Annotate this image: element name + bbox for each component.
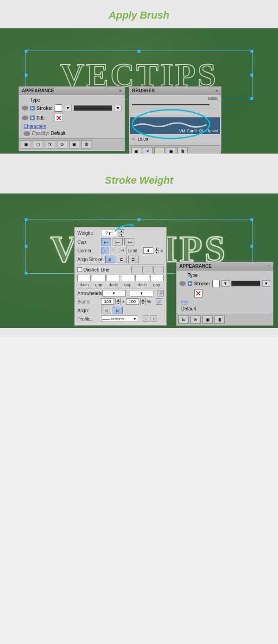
footer-btn-clear-2[interactable]: ⊘ (190, 316, 201, 324)
limit-stepper[interactable]: ▲ ▼ (155, 247, 159, 254)
footer-btn-del-2[interactable]: 🗑 (215, 316, 225, 324)
chars-link-2[interactable]: ers (181, 299, 188, 304)
profile-flip-h[interactable]: ↔ (143, 316, 149, 322)
corner-btn-bevel[interactable]: ⌐\ (119, 247, 126, 254)
brushes-footer-btn-4[interactable]: ▣ (166, 147, 176, 154)
align-btn-outside[interactable]: ⊐ (128, 256, 139, 263)
corner-btn-miter[interactable]: ⌐ (101, 247, 108, 254)
scale-link-icon[interactable]: 🔗 (156, 298, 162, 305)
dash-preset-1[interactable] (131, 266, 141, 273)
eye-icon-opacity-1[interactable] (24, 131, 30, 136)
limit-input[interactable] (143, 247, 153, 254)
dashed-presets (131, 266, 164, 273)
scale-dn-1[interactable]: ▼ (115, 302, 121, 305)
align-btn-center[interactable]: ⊜ (105, 256, 115, 263)
brushes-title-1: BRUSHES (132, 88, 155, 93)
fill-label-1: Fill: (37, 116, 53, 121)
stroke-color-2[interactable] (212, 280, 220, 287)
scale-stepper-2[interactable]: ▲ ▼ (140, 298, 146, 305)
stroke-type-dropdown-1[interactable]: ▼ (64, 105, 72, 111)
dash-lbl-1: dash (77, 283, 91, 287)
limit-dn[interactable]: ▼ (155, 251, 159, 254)
dash-preset-2[interactable] (142, 266, 152, 273)
appearance-title-1: APPEARANCE (22, 88, 54, 93)
eye-icon-stroke-2[interactable] (179, 281, 186, 286)
handle-tl-2 (25, 218, 28, 221)
profile-flip-v[interactable]: ↕ (151, 316, 157, 322)
align-btn-left[interactable]: ◁ (101, 307, 111, 314)
cap-btn-round[interactable]: )— (113, 238, 123, 245)
profile-select[interactable]: —— Uniform ▼ (101, 316, 138, 322)
dash-input-1[interactable] (77, 275, 91, 281)
fill-none-1[interactable] (55, 114, 63, 122)
section-2-wrapper: Stroke Weight VECTIPS Weight: (0, 165, 278, 328)
scale-up-1[interactable]: ▲ (115, 298, 121, 302)
scale-input-2[interactable] (126, 298, 139, 305)
gap-input-3[interactable] (150, 275, 164, 281)
arrowhead-link-icon[interactable]: 🔗 (158, 290, 164, 296)
appearance-title-2: APPEARANCE (179, 264, 212, 269)
expand-stroke-1[interactable]: ▶ (30, 106, 35, 110)
brushes-footer-btn-5[interactable]: 🗑 (177, 147, 188, 154)
cap-btn-butt[interactable]: |— (101, 238, 111, 245)
characters-row-1: Characters (21, 123, 123, 130)
corner-btn-round[interactable]: ⌒ (110, 247, 117, 254)
scale-row: Scale: ▲ ▼ x ▲ ▼ % 🔗 (77, 298, 164, 305)
footer-btn-del-1[interactable]: 🗑 (81, 140, 91, 148)
align-btn-right[interactable]: ▷ (113, 307, 123, 314)
dash-input-3[interactable] (135, 275, 149, 281)
brush-row-2[interactable] (130, 109, 220, 117)
appearance-body-1: Type ▶ Stroke: ▼ ▼ (19, 95, 125, 138)
dash-lbl-2: dash (107, 283, 120, 287)
footer-btn-square-1[interactable]: ▣ (21, 140, 31, 148)
eye-icon-stroke-1[interactable] (22, 106, 28, 110)
gap-input-2[interactable] (121, 275, 134, 281)
brushes-menu-icon-1[interactable]: ≡ (215, 88, 218, 93)
footer-btn-dup-1[interactable]: ▣ (69, 140, 79, 148)
dash-preset-3[interactable] (153, 266, 164, 273)
type-label-2: Type (188, 273, 198, 278)
arrowhead-start[interactable]: —— ▼ (102, 290, 126, 296)
align-btn-inside[interactable]: ⊏ (117, 256, 127, 263)
arrowheads-row: Arrowheads: —— ▼ —— ▼ 🔗 (77, 290, 164, 296)
footer-btn-fx-2[interactable]: fx (178, 316, 189, 324)
dashed-label: Dashed Line (83, 267, 109, 272)
footer-btn-clear-1[interactable]: ⊘ (57, 140, 67, 148)
stroke-color-1[interactable] (55, 104, 62, 112)
footer-btn-dup-2[interactable]: ▣ (202, 316, 213, 324)
limit-up[interactable]: ▲ (155, 247, 159, 251)
brushes-footer-btn-2[interactable]: ✕ (143, 147, 153, 154)
scale-dn-2[interactable]: ▼ (140, 302, 146, 305)
arrowhead-end[interactable]: —— ▼ (130, 290, 153, 296)
cap-row: Cap: |— )— □— (77, 238, 164, 245)
stroke-brush-dropdown-1[interactable]: ▼ (114, 105, 122, 111)
appearance-menu-icon-1[interactable]: ≡ (119, 88, 122, 93)
dash-gap-row (77, 275, 164, 281)
scale-stepper-1[interactable]: ▲ ▼ (115, 298, 121, 305)
footer-btn-rect-1[interactable]: ▢ (33, 140, 43, 148)
brush-selected-1[interactable]: VM-Conté-01-Closed (130, 117, 220, 134)
expand-fill-1[interactable]: ▶ (30, 116, 35, 120)
stroke-brush-dropdown-2[interactable]: ▼ (262, 280, 270, 287)
stroke-type-dropdown-2[interactable]: ▼ (221, 280, 229, 287)
brushes-footer-btn-3[interactable]: ⚡ (154, 147, 164, 154)
characters-link-1[interactable]: Characters (24, 124, 46, 129)
profile-label: Profile: (77, 316, 100, 322)
dashed-checkbox[interactable] (77, 267, 82, 272)
brush-row-1[interactable] (130, 101, 220, 109)
footer-btn-fx-1[interactable]: fx (45, 140, 55, 148)
appearance-panel-2: APPEARANCE ≡ Type ▶ Stroke: (176, 262, 273, 326)
scale-up-2[interactable]: ▲ (140, 298, 146, 302)
cap-btn-square[interactable]: □— (124, 238, 134, 245)
type-row-1: Type (21, 97, 123, 103)
eye-icon-fill-1[interactable] (22, 116, 28, 120)
corner-close-btn[interactable]: ✕ (160, 248, 164, 253)
panels-area-1: APPEARANCE ≡ Type ▶ Stroke: (0, 86, 278, 154)
fill-none-2[interactable] (194, 289, 202, 297)
expand-stroke-2[interactable]: ▶ (188, 281, 192, 286)
dash-input-2[interactable] (107, 275, 120, 281)
appearance-menu-icon-2[interactable]: ≡ (267, 264, 270, 269)
scale-input-1[interactable] (101, 298, 114, 305)
gap-input-1[interactable] (92, 275, 105, 281)
brushes-footer-btn-1[interactable]: ▣ (131, 147, 141, 154)
